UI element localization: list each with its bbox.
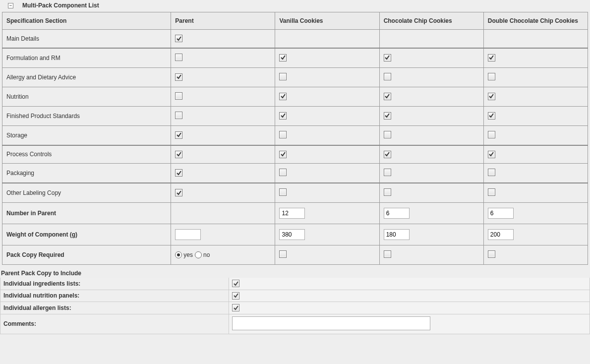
- table-cell: [171, 145, 275, 164]
- section-checkbox[interactable]: [384, 93, 391, 100]
- row-label: Nutrition: [2, 87, 171, 106]
- row-label: Weight of Component (g): [2, 224, 171, 245]
- pack-copy-no[interactable]: no: [195, 251, 210, 258]
- row-individual-nutrition: Individual nutrition panels:: [0, 290, 590, 303]
- section-checkbox[interactable]: [488, 112, 495, 120]
- weight-input[interactable]: [279, 229, 305, 240]
- section-checkbox[interactable]: [175, 92, 182, 100]
- section-checkbox[interactable]: [384, 250, 391, 258]
- weight-input[interactable]: [488, 229, 514, 240]
- table-row: Other Labeling Copy: [2, 183, 588, 203]
- radio-label: no: [203, 251, 210, 258]
- comments-textarea[interactable]: [232, 316, 430, 330]
- table-cell: [171, 164, 275, 183]
- section-checkbox[interactable]: [488, 188, 495, 196]
- row-label: Allergy and Dietary Advice: [2, 67, 171, 87]
- section-checkbox[interactable]: [175, 35, 182, 42]
- section-checkbox[interactable]: [279, 112, 287, 120]
- table-cell: [275, 48, 379, 68]
- section-checkbox[interactable]: [175, 73, 182, 81]
- table-cell: [483, 48, 588, 68]
- table-row: Formulation and RM: [2, 48, 588, 68]
- table-cell: [171, 48, 275, 68]
- section-checkbox[interactable]: [279, 151, 287, 158]
- section-checkbox[interactable]: [488, 151, 495, 158]
- row-weight-of-component: Weight of Component (g): [2, 224, 588, 245]
- table-cell: [275, 30, 379, 48]
- cell-double-chocolate: [483, 224, 588, 245]
- section-checkbox[interactable]: [488, 250, 495, 258]
- table-row: Process Controls: [2, 145, 588, 164]
- section-checkbox[interactable]: [232, 292, 239, 300]
- section-checkbox[interactable]: [279, 93, 287, 100]
- section-checkbox[interactable]: [279, 73, 287, 80]
- section-checkbox[interactable]: [384, 112, 391, 120]
- table-cell: [171, 30, 275, 48]
- cell-vanilla: [275, 245, 379, 265]
- section-checkbox[interactable]: [279, 250, 287, 258]
- section-checkbox[interactable]: [488, 93, 495, 100]
- section-checkbox[interactable]: [384, 188, 391, 196]
- table-cell: [379, 125, 483, 145]
- cell-double-chocolate: [483, 203, 588, 224]
- row-label: Finished Product Standards: [2, 106, 171, 125]
- section-checkbox[interactable]: [279, 188, 287, 196]
- row-label: Other Labeling Copy: [2, 183, 171, 203]
- section-checkbox[interactable]: [488, 169, 495, 176]
- row-label: Number in Parent: [2, 203, 171, 224]
- section-checkbox[interactable]: [232, 304, 239, 311]
- table-cell: [275, 106, 379, 125]
- row-label: Pack Copy Required: [2, 245, 171, 265]
- table-cell: [171, 183, 275, 203]
- cell-chocolate: [379, 203, 483, 224]
- section-checkbox[interactable]: [384, 73, 391, 80]
- col-specification-section: Specification Section: [2, 12, 171, 30]
- table-cell: [171, 67, 275, 87]
- table-cell: [275, 145, 379, 164]
- section-checkbox[interactable]: [384, 169, 391, 176]
- panel-header: − Multi-Pack Component List: [0, 0, 590, 12]
- weight-input[interactable]: [175, 229, 201, 240]
- number-in-parent-input[interactable]: [488, 208, 514, 219]
- section-checkbox[interactable]: [279, 54, 287, 61]
- section-checkbox[interactable]: [279, 169, 287, 176]
- weight-input[interactable]: [384, 229, 410, 240]
- section-checkbox[interactable]: [384, 151, 391, 158]
- section-checkbox[interactable]: [279, 131, 287, 138]
- table-cell: [483, 145, 588, 164]
- section-checkbox[interactable]: [175, 54, 182, 61]
- section-checkbox[interactable]: [384, 131, 391, 138]
- kv-label: Individual allergen lists:: [0, 303, 229, 313]
- row-individual-ingredients: Individual ingredients lists:: [0, 278, 590, 290]
- table-cell: [171, 106, 275, 125]
- table-row: Packaging: [2, 164, 588, 183]
- row-label: Packaging: [2, 164, 171, 183]
- number-in-parent-input[interactable]: [279, 208, 305, 219]
- table-cell: [275, 67, 379, 87]
- section-checkbox[interactable]: [384, 54, 391, 61]
- pack-copy-yes[interactable]: yes: [175, 251, 193, 258]
- section-checkbox[interactable]: [488, 54, 495, 61]
- section-checkbox[interactable]: [175, 112, 182, 119]
- table-cell: [379, 48, 483, 68]
- kv-label: Individual nutrition panels:: [0, 290, 229, 301]
- table-header-row: Specification Section Parent Vanilla Coo…: [2, 12, 588, 30]
- cell-parent: [171, 203, 275, 224]
- section-checkbox[interactable]: [175, 151, 182, 158]
- section-checkbox[interactable]: [232, 280, 239, 287]
- table-cell: [379, 145, 483, 164]
- section-checkbox[interactable]: [488, 131, 495, 138]
- section-checkbox[interactable]: [175, 169, 182, 177]
- collapse-icon[interactable]: −: [8, 3, 13, 8]
- radio-label: yes: [183, 251, 193, 258]
- table-cell: [483, 30, 588, 48]
- table-cell: [379, 87, 483, 106]
- section-checkbox[interactable]: [175, 189, 182, 196]
- row-pack-copy-required: Pack Copy Required yes no: [2, 245, 588, 265]
- table-cell: [379, 183, 483, 203]
- section-checkbox[interactable]: [175, 131, 182, 139]
- number-in-parent-input[interactable]: [384, 208, 410, 219]
- row-individual-allergen: Individual allergen lists:: [0, 302, 590, 314]
- section-checkbox[interactable]: [488, 73, 495, 80]
- parent-pack-copy-section: Parent Pack Copy to Include Individual i…: [0, 268, 590, 334]
